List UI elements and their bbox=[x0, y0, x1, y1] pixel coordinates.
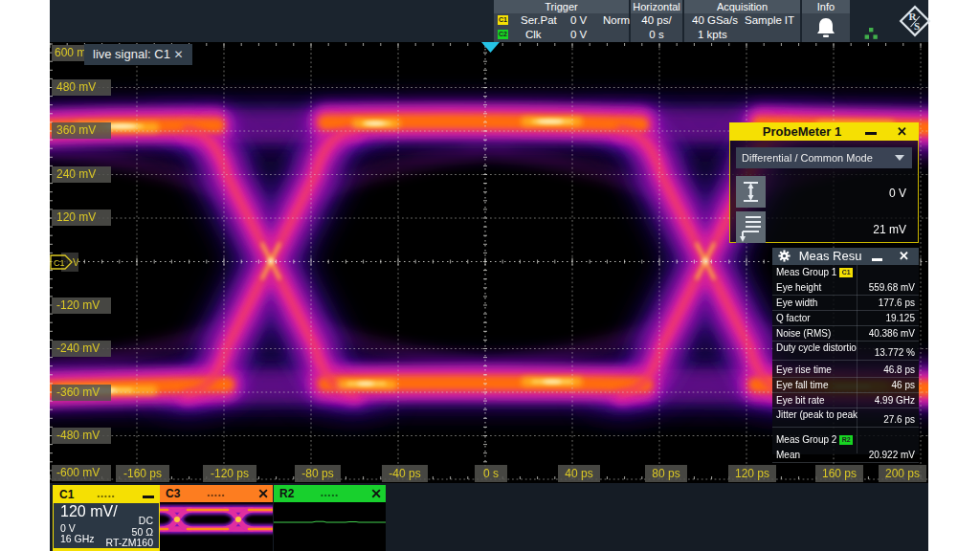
svg-text:V: V bbox=[73, 257, 78, 268]
svg-text:C1: C1 bbox=[54, 258, 65, 268]
